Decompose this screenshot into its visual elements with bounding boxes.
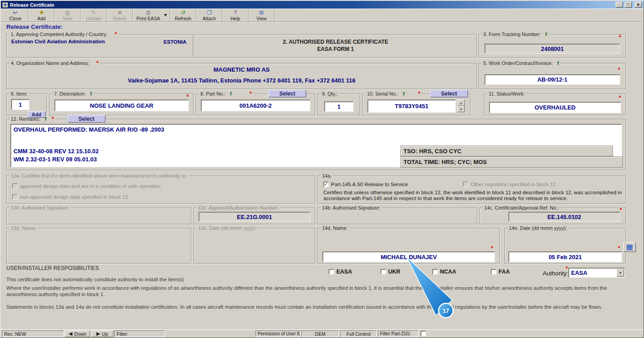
calendar-button[interactable]: ▦	[623, 242, 636, 252]
toolbar-separator	[80, 9, 81, 21]
toolbar-new-button[interactable]: ▤ New	[56, 9, 79, 22]
toolbar-help-button[interactable]: ? Help	[224, 9, 247, 22]
required-marker: *	[249, 91, 252, 97]
authorised-name-field[interactable]: MICHAEL DUNAJEV	[322, 251, 495, 262]
part-no-select-button[interactable]: Select	[268, 90, 306, 97]
page-title: Release Certificate:	[6, 23, 63, 30]
block4-organization-group: 4. Organization Name and Address:* MAGNE…	[6, 63, 477, 89]
block10-serial-no-group: 10. Serial No.:f* Select T9783Y0451 ▴ ▾	[363, 94, 471, 115]
required-marker: *	[490, 246, 494, 251]
add-item-button[interactable]: Add	[27, 111, 45, 118]
block6-label: 6. Item:	[11, 91, 27, 96]
qty-field[interactable]: 1	[324, 101, 354, 112]
authority-dropdown-button[interactable]: ▾	[617, 269, 624, 277]
block13e-label: 13e. Date (dd mmm yyyy):	[198, 225, 256, 231]
block13d-name-group: 13d. Name:	[6, 228, 191, 264]
approved-design-checkbox	[12, 183, 18, 189]
record-up-button[interactable]: ▶ Up	[91, 330, 113, 337]
arrow-right-icon: ▶	[96, 331, 100, 336]
toolbar-separator	[274, 9, 275, 21]
block6-item-group: 6. Item: 1 Add	[6, 94, 47, 115]
country-value: ESTONIA	[163, 39, 186, 45]
part145-release-checkbox[interactable]: ✓	[323, 182, 329, 187]
filter-marker: f	[557, 60, 559, 66]
spinner-up-button[interactable]: ▴	[457, 100, 465, 106]
certificate-date-field[interactable]: 05 Feb 2021	[508, 251, 622, 262]
toolbar-print-easa-button[interactable]: ⎙ Print EASA	[134, 9, 163, 22]
block8-label: 8. Part No.:	[200, 91, 226, 96]
organization-name: MAGNETIC MRO AS	[7, 66, 476, 73]
part-no-field[interactable]: 001A6200-2	[201, 100, 310, 111]
toolbar-add-button[interactable]: ✚ Add	[30, 9, 53, 22]
certificate-title: 2. AUTHORISED RELEASE CERTIFICATE	[195, 39, 476, 45]
work-order-field[interactable]: AB-09/12-1	[485, 74, 620, 85]
toolbar-separator	[248, 9, 249, 21]
status-bar: Rec: NEW ◀ Down ▶ Up Filter: Permission …	[1, 329, 643, 337]
minimize-button[interactable]: _	[616, 2, 623, 8]
block3-form-tracking-group: 3. Form Tracking Number:f * 2408001	[479, 34, 626, 58]
approval-number-field: EE.21G.0001	[199, 212, 310, 222]
faa-checkbox[interactable]	[491, 269, 496, 274]
record-down-button[interactable]: ◀ Down	[65, 330, 90, 337]
maximize-button[interactable]: □	[625, 2, 632, 8]
block13b-label: 13b. Authorised Signature:	[11, 205, 69, 210]
toolbar-separator	[222, 9, 223, 21]
serial-no-select-button[interactable]: Select	[430, 90, 468, 97]
description-field[interactable]: NOSE LANDING GEAR	[54, 100, 189, 111]
required-marker: *	[618, 35, 622, 40]
block14a-label: 14a.	[322, 173, 331, 178]
easa-checkbox[interactable]	[329, 269, 334, 274]
toolbar-refresh-label: Refresh	[175, 16, 191, 21]
block8-part-no-group: 8. Part No.:f* Select 001A6200-2	[196, 94, 315, 115]
title-bar[interactable]: ✚ Release Certificate _ □ ×	[1, 1, 643, 9]
ukr-checkbox[interactable]	[381, 269, 386, 274]
remarks-select-button[interactable]: Select	[68, 115, 105, 123]
block9-label: 9. Qty.:	[322, 91, 338, 96]
remarks-line-3: WM 2.32-03-1 REV 09 05.01.03	[14, 156, 97, 163]
block13c-label: 13c. Approval/Authorisation Number:	[198, 205, 279, 210]
filter-marker: f	[90, 91, 92, 96]
certificate-note: This certificate does not automatically …	[6, 276, 184, 283]
toolbar-separator	[106, 9, 107, 21]
block14c-certificate-ref-group: 14c. Certificate/Approval Ref. No.: * EE…	[480, 208, 626, 224]
toolbar-refresh-button[interactable]: ↺ Refresh	[172, 9, 195, 22]
spinner-down-button[interactable]: ▾	[457, 106, 465, 112]
required-marker: *	[115, 31, 117, 37]
toolbar-view-button[interactable]: ⊞ View	[250, 9, 273, 22]
toolbar-update-button[interactable]: ✎ Update	[82, 9, 105, 22]
block13a-label: 13a. Certifies that the items identified…	[11, 173, 187, 178]
serial-no-field[interactable]: T9783Y0451	[367, 100, 456, 113]
toolbar-delete-label: Delete	[113, 16, 127, 21]
block1-approving-authority-group: 1. Approving Competent Authority / Count…	[6, 34, 193, 58]
item-number-field[interactable]: 1	[11, 99, 29, 110]
required-marker: *	[418, 91, 420, 97]
toolbar-attach-button[interactable]: ❐ Attach	[198, 9, 221, 22]
toolbar-update-label: Update	[86, 16, 101, 21]
new-document-icon: ▤	[65, 10, 70, 16]
toolbar-delete-button[interactable]: ✖ Delete	[108, 9, 132, 22]
status-work-field[interactable]: OVERHAULED	[489, 102, 621, 113]
toolbar-close-label: Close	[9, 16, 22, 21]
authority-combobox[interactable]: EASA ▾	[568, 268, 625, 278]
filter-field[interactable]: Filter:	[114, 330, 165, 337]
down-label: Down	[74, 331, 86, 337]
other-regulation-checkbox	[463, 182, 468, 187]
block14b-signature-group: 14b. Authorised Signature:	[317, 208, 477, 224]
toolbar-separator	[28, 9, 29, 21]
toolbar-new-label: New	[63, 16, 72, 21]
pencil-icon: ✎	[91, 10, 96, 16]
toolbar-close-button[interactable]: ↩ Close	[4, 9, 27, 22]
toolbar-add-label: Add	[37, 16, 46, 21]
approved-design-label: approved design data and are in a condit…	[20, 183, 161, 189]
close-window-button[interactable]: ×	[635, 2, 642, 8]
block3-label: 3. Form Tracking Number:	[483, 32, 541, 37]
remarks-line-1: OVERHAUL PERFORMED: MAERSK AIR R/O -89 .…	[14, 126, 164, 133]
ncaa-checkbox[interactable]	[432, 269, 438, 274]
help-icon: ?	[234, 10, 237, 16]
permission-level: Full Control	[340, 330, 377, 337]
block1-label: 1. Approving Competent Authority / Count…	[11, 32, 108, 37]
print-easa-dropdown-button[interactable]: ▾	[163, 9, 169, 22]
filter-part21g-checkbox[interactable]	[421, 331, 426, 336]
user-installer-heading: USER/INSTALLER RESPOSIBILITIES	[6, 265, 99, 271]
easa-checkbox-label: EASA	[336, 269, 352, 275]
